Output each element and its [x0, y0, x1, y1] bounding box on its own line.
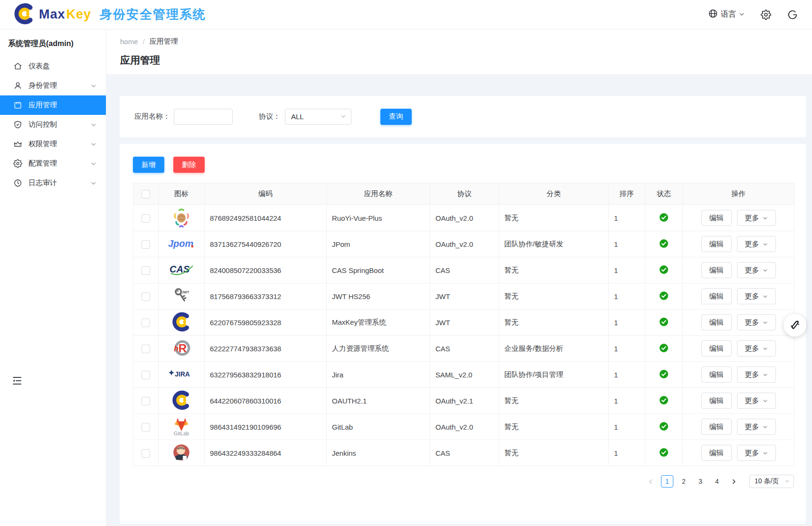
app-protocol: OAuth_v2.0	[430, 414, 499, 440]
table-row: Jpom837136275440926720JPomOAuth_v2.0团队协作…	[133, 231, 794, 257]
more-button[interactable]: 更多	[737, 210, 776, 226]
settings-gear-icon[interactable]	[761, 9, 771, 20]
app-protocol: OAuth_v2.1	[430, 388, 499, 414]
row-checkbox[interactable]	[142, 423, 150, 432]
status-enabled-icon	[659, 395, 669, 405]
page-button-4[interactable]: 4	[711, 475, 723, 488]
sidebar-item-shield[interactable]: 访问控制	[0, 115, 106, 134]
edit-button[interactable]: 编辑	[701, 445, 732, 461]
edit-button[interactable]: 编辑	[701, 288, 732, 304]
magic-wand-button[interactable]	[784, 314, 806, 337]
app-sort: 1	[609, 440, 645, 466]
table-row: hR622227747938373638人力资源管理系统CAS企业服务/数据分析…	[133, 336, 794, 362]
svg-text:CAS: CAS	[170, 264, 190, 274]
app-category: 暂无	[499, 205, 609, 231]
gear-icon	[13, 159, 22, 168]
page-button-3[interactable]: 3	[694, 475, 707, 488]
sidebar-item-gear[interactable]: 配置管理	[0, 154, 106, 173]
app-sort: 1	[609, 336, 645, 362]
prev-page-button[interactable]	[644, 475, 657, 488]
sidebar-item-user[interactable]: 身份管理	[0, 76, 106, 95]
sidebar-item-home[interactable]: 仪表盘	[0, 56, 106, 76]
more-button[interactable]: 更多	[737, 262, 776, 278]
more-button[interactable]: 更多	[737, 393, 776, 409]
sidebar-item-clock[interactable]: 日志审计	[0, 173, 106, 193]
page-size-select[interactable]: 10 条/页	[749, 475, 794, 488]
breadcrumb-separator: /	[143, 38, 145, 46]
edit-button[interactable]: 编辑	[701, 393, 732, 409]
app-category: 暂无	[499, 310, 609, 336]
edit-button[interactable]: 编辑	[701, 262, 732, 278]
row-checkbox[interactable]	[142, 449, 150, 458]
add-button[interactable]: 新增	[133, 157, 164, 173]
chevron-down-icon	[91, 161, 96, 167]
language-menu[interactable]: 语言	[708, 9, 745, 20]
edit-button[interactable]: 编辑	[701, 419, 732, 435]
maxkey-logo-icon	[13, 3, 35, 27]
table-toolbar: 新增 删除	[133, 157, 794, 173]
app-logo-jira: JIRA	[168, 369, 195, 379]
next-page-button[interactable]	[727, 475, 740, 488]
row-checkbox[interactable]	[142, 266, 150, 275]
shield-icon	[13, 120, 22, 129]
app-category: 暂无	[499, 257, 609, 283]
page-button-1[interactable]: 1	[661, 475, 673, 488]
app-category: 团队协作/项目管理	[499, 362, 609, 388]
delete-button[interactable]: 删除	[173, 157, 205, 173]
more-button[interactable]: 更多	[737, 340, 776, 357]
edit-button[interactable]: 编辑	[701, 236, 732, 252]
column-header-2: 应用名称	[327, 183, 430, 205]
breadcrumb-home[interactable]: home	[120, 38, 138, 46]
more-button[interactable]: 更多	[737, 288, 776, 304]
chevron-down-icon	[763, 372, 768, 377]
page-button-2[interactable]: 2	[678, 475, 690, 488]
gitlab-logo-text: GitLab	[174, 431, 189, 436]
app-protocol: JWT	[430, 283, 499, 310]
svg-text:R: R	[179, 342, 187, 355]
app-name-input[interactable]	[174, 109, 233, 125]
row-checkbox[interactable]	[142, 397, 150, 405]
app-category: 暂无	[499, 388, 609, 414]
select-all-header	[133, 183, 159, 205]
topbar-actions: 语言	[708, 9, 798, 20]
app-protocol: CAS	[430, 440, 499, 466]
row-checkbox[interactable]	[142, 240, 150, 249]
select-all-checkbox[interactable]	[142, 190, 150, 198]
app-name: CAS SpringBoot	[327, 257, 430, 283]
more-button[interactable]: 更多	[737, 236, 776, 252]
logout-icon[interactable]	[787, 9, 798, 20]
sidebar-item-app[interactable]: 应用管理	[0, 95, 106, 115]
app-code: 824008507220033536	[205, 257, 327, 283]
edit-button[interactable]: 编辑	[701, 210, 732, 226]
protocol-select[interactable]: ALL	[285, 109, 351, 125]
edit-button[interactable]: 编辑	[701, 366, 732, 383]
menu-collapse-icon[interactable]	[11, 375, 23, 388]
sidebar-item-label: 应用管理	[28, 101, 96, 110]
app-protocol: SAML_v2.0	[430, 362, 499, 388]
edit-button[interactable]: 编辑	[701, 340, 732, 357]
more-button[interactable]: 更多	[737, 445, 776, 461]
app-name: Jira	[327, 362, 430, 388]
row-checkbox[interactable]	[142, 345, 150, 353]
page-header-band: home / 应用管理 应用管理	[106, 29, 812, 75]
clock-icon	[13, 178, 22, 188]
row-checkbox[interactable]	[142, 214, 150, 223]
sidebar-item-crown[interactable]: 权限管理	[0, 134, 106, 154]
search-button[interactable]: 查询	[380, 109, 412, 125]
more-button[interactable]: 更多	[737, 419, 776, 435]
chevron-down-icon	[763, 424, 768, 430]
main-content: home / 应用管理 应用管理 应用名称： 协议： ALL 查	[106, 29, 812, 526]
column-header-5: 排序	[609, 183, 645, 205]
more-button[interactable]: 更多	[737, 366, 776, 383]
row-checkbox[interactable]	[142, 292, 150, 301]
more-button[interactable]: 更多	[737, 314, 776, 330]
brand-max: Max	[39, 7, 66, 22]
top-header: Max Key 身份安全管理系统 语言	[0, 0, 812, 29]
app-logo-maxkey	[171, 390, 191, 410]
row-checkbox[interactable]	[142, 371, 150, 379]
row-checkbox[interactable]	[142, 319, 150, 327]
user-icon	[13, 81, 22, 90]
sidebar-item-label: 身份管理	[28, 81, 91, 90]
edit-button[interactable]: 编辑	[701, 314, 732, 330]
table-panel: 新增 删除 图标编码应用名称协议分类排序状态操作 876892492581044…	[120, 144, 806, 524]
